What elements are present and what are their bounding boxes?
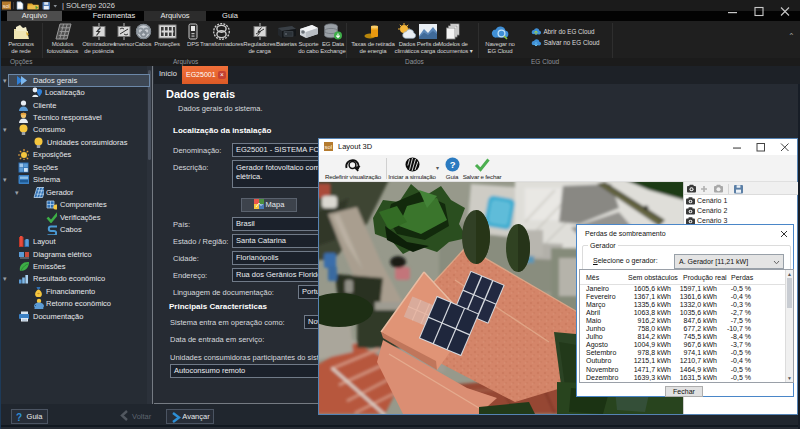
svg-text:sol: sol <box>325 144 333 150</box>
svg-text:sol: sol <box>3 3 10 9</box>
svg-text:?: ? <box>449 159 455 170</box>
svg-text:?: ? <box>16 412 22 422</box>
